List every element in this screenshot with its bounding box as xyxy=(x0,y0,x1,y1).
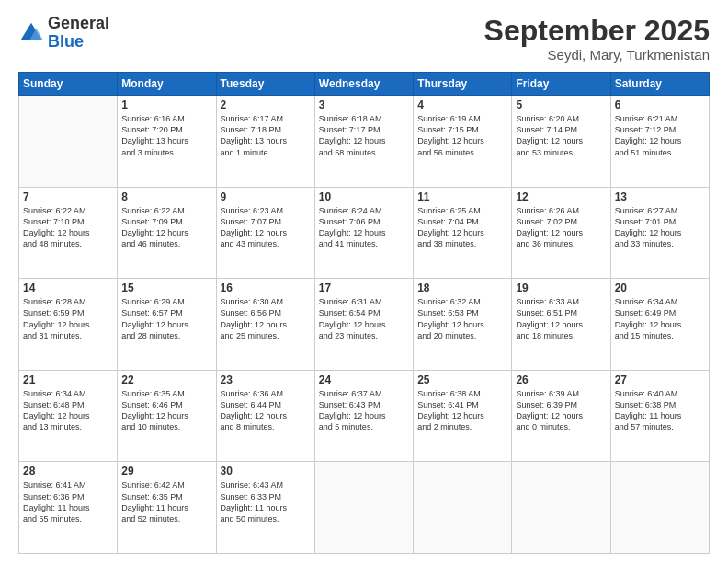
day-number: 15 xyxy=(121,282,211,294)
day-number: 14 xyxy=(23,282,113,294)
cell-info: Sunrise: 6:40 AM Sunset: 6:38 PM Dayligh… xyxy=(615,388,705,433)
cell-info: Sunrise: 6:22 AM Sunset: 7:09 PM Dayligh… xyxy=(121,205,211,250)
day-number: 18 xyxy=(417,282,507,294)
cell-info: Sunrise: 6:33 AM Sunset: 6:51 PM Dayligh… xyxy=(516,296,606,341)
header-tuesday: Tuesday xyxy=(216,73,314,96)
cell-info: Sunrise: 6:16 AM Sunset: 7:20 PM Dayligh… xyxy=(121,113,211,158)
day-number: 19 xyxy=(516,282,606,294)
cell-info: Sunrise: 6:41 AM Sunset: 6:36 PM Dayligh… xyxy=(23,479,113,524)
calendar-cell: 25Sunrise: 6:38 AM Sunset: 6:41 PM Dayli… xyxy=(414,370,512,462)
day-number: 30 xyxy=(221,465,311,477)
calendar-cell: 26Sunrise: 6:39 AM Sunset: 6:39 PM Dayli… xyxy=(512,370,610,462)
cell-info: Sunrise: 6:23 AM Sunset: 7:07 PM Dayligh… xyxy=(221,205,311,250)
cell-info: Sunrise: 6:42 AM Sunset: 6:35 PM Dayligh… xyxy=(121,479,211,524)
month-title: September 2025 xyxy=(484,15,710,47)
cell-info: Sunrise: 6:37 AM Sunset: 6:43 PM Dayligh… xyxy=(319,388,409,433)
cell-info: Sunrise: 6:31 AM Sunset: 6:54 PM Dayligh… xyxy=(319,296,409,341)
calendar-week-1: 7Sunrise: 6:22 AM Sunset: 7:10 PM Daylig… xyxy=(19,187,710,279)
calendar-cell: 3Sunrise: 6:18 AM Sunset: 7:17 PM Daylig… xyxy=(314,96,413,188)
calendar-cell: 16Sunrise: 6:30 AM Sunset: 6:56 PM Dayli… xyxy=(216,279,314,371)
cell-info: Sunrise: 6:34 AM Sunset: 6:48 PM Dayligh… xyxy=(23,388,113,433)
day-number: 11 xyxy=(417,190,507,203)
day-number: 27 xyxy=(615,373,705,386)
calendar-cell: 17Sunrise: 6:31 AM Sunset: 6:54 PM Dayli… xyxy=(314,279,413,371)
calendar-cell: 23Sunrise: 6:36 AM Sunset: 6:44 PM Dayli… xyxy=(216,370,314,462)
cell-info: Sunrise: 6:27 AM Sunset: 7:01 PM Dayligh… xyxy=(615,205,705,250)
day-number: 29 xyxy=(121,465,211,477)
day-number: 26 xyxy=(516,373,606,386)
logo-icon xyxy=(18,20,44,46)
cell-info: Sunrise: 6:38 AM Sunset: 6:41 PM Dayligh… xyxy=(417,388,507,433)
cell-info: Sunrise: 6:24 AM Sunset: 7:06 PM Dayligh… xyxy=(319,205,409,250)
calendar-week-4: 28Sunrise: 6:41 AM Sunset: 6:36 PM Dayli… xyxy=(19,462,710,554)
day-number: 2 xyxy=(221,98,311,111)
calendar-cell: 8Sunrise: 6:22 AM Sunset: 7:09 PM Daylig… xyxy=(118,187,216,279)
header-monday: Monday xyxy=(118,73,216,96)
cell-info: Sunrise: 6:26 AM Sunset: 7:02 PM Dayligh… xyxy=(516,205,606,250)
cell-info: Sunrise: 6:29 AM Sunset: 6:57 PM Dayligh… xyxy=(121,296,211,341)
cell-info: Sunrise: 6:30 AM Sunset: 6:56 PM Dayligh… xyxy=(221,296,311,341)
calendar-week-3: 21Sunrise: 6:34 AM Sunset: 6:48 PM Dayli… xyxy=(19,370,710,462)
day-number: 28 xyxy=(23,465,113,477)
cell-info: Sunrise: 6:22 AM Sunset: 7:10 PM Dayligh… xyxy=(23,205,113,250)
calendar-cell xyxy=(314,462,413,554)
calendar-cell: 14Sunrise: 6:28 AM Sunset: 6:59 PM Dayli… xyxy=(19,279,118,371)
cell-info: Sunrise: 6:21 AM Sunset: 7:12 PM Dayligh… xyxy=(615,113,705,158)
day-number: 22 xyxy=(121,373,211,386)
header-friday: Friday xyxy=(512,73,610,96)
calendar-cell: 30Sunrise: 6:43 AM Sunset: 6:33 PM Dayli… xyxy=(216,462,314,554)
calendar-cell: 24Sunrise: 6:37 AM Sunset: 6:43 PM Dayli… xyxy=(314,370,413,462)
cell-info: Sunrise: 6:25 AM Sunset: 7:04 PM Dayligh… xyxy=(417,205,507,250)
location-title: Seydi, Mary, Turkmenistan xyxy=(484,47,710,63)
calendar-table: Sunday Monday Tuesday Wednesday Thursday… xyxy=(18,72,710,554)
calendar-cell: 27Sunrise: 6:40 AM Sunset: 6:38 PM Dayli… xyxy=(610,370,709,462)
calendar-cell xyxy=(512,462,610,554)
calendar-cell: 22Sunrise: 6:35 AM Sunset: 6:46 PM Dayli… xyxy=(118,370,216,462)
cell-info: Sunrise: 6:34 AM Sunset: 6:49 PM Dayligh… xyxy=(615,296,705,341)
calendar-cell: 10Sunrise: 6:24 AM Sunset: 7:06 PM Dayli… xyxy=(314,187,413,279)
calendar-week-0: 1Sunrise: 6:16 AM Sunset: 7:20 PM Daylig… xyxy=(19,96,710,188)
day-number: 10 xyxy=(319,190,409,203)
day-number: 12 xyxy=(516,190,606,203)
header-sunday: Sunday xyxy=(19,73,118,96)
day-number: 23 xyxy=(221,373,311,386)
calendar-cell xyxy=(610,462,709,554)
calendar-cell: 12Sunrise: 6:26 AM Sunset: 7:02 PM Dayli… xyxy=(512,187,610,279)
day-number: 24 xyxy=(319,373,409,386)
header-saturday: Saturday xyxy=(610,73,709,96)
calendar-cell: 5Sunrise: 6:20 AM Sunset: 7:14 PM Daylig… xyxy=(512,96,610,188)
day-number: 13 xyxy=(615,190,705,203)
day-number: 16 xyxy=(221,282,311,294)
day-number: 5 xyxy=(516,98,606,111)
calendar-cell: 9Sunrise: 6:23 AM Sunset: 7:07 PM Daylig… xyxy=(216,187,314,279)
logo-text: General Blue xyxy=(48,15,109,52)
calendar-header-row: Sunday Monday Tuesday Wednesday Thursday… xyxy=(19,73,710,96)
calendar-cell: 20Sunrise: 6:34 AM Sunset: 6:49 PM Dayli… xyxy=(610,279,709,371)
day-number: 1 xyxy=(121,98,211,111)
cell-info: Sunrise: 6:28 AM Sunset: 6:59 PM Dayligh… xyxy=(23,296,113,341)
cell-info: Sunrise: 6:19 AM Sunset: 7:15 PM Dayligh… xyxy=(417,113,507,158)
day-number: 21 xyxy=(23,373,113,386)
day-number: 25 xyxy=(417,373,507,386)
calendar-cell xyxy=(19,96,118,188)
day-number: 9 xyxy=(221,190,311,203)
cell-info: Sunrise: 6:32 AM Sunset: 6:53 PM Dayligh… xyxy=(417,296,507,341)
calendar-cell: 13Sunrise: 6:27 AM Sunset: 7:01 PM Dayli… xyxy=(610,187,709,279)
cell-info: Sunrise: 6:36 AM Sunset: 6:44 PM Dayligh… xyxy=(221,388,311,433)
cell-info: Sunrise: 6:20 AM Sunset: 7:14 PM Dayligh… xyxy=(516,113,606,158)
day-number: 8 xyxy=(121,190,211,203)
calendar-cell: 6Sunrise: 6:21 AM Sunset: 7:12 PM Daylig… xyxy=(610,96,709,188)
logo-blue: Blue xyxy=(48,33,109,52)
day-number: 4 xyxy=(417,98,507,111)
header-wednesday: Wednesday xyxy=(314,73,413,96)
calendar-week-2: 14Sunrise: 6:28 AM Sunset: 6:59 PM Dayli… xyxy=(19,279,710,371)
calendar-cell: 1Sunrise: 6:16 AM Sunset: 7:20 PM Daylig… xyxy=(118,96,216,188)
cell-info: Sunrise: 6:43 AM Sunset: 6:33 PM Dayligh… xyxy=(221,479,311,524)
cell-info: Sunrise: 6:18 AM Sunset: 7:17 PM Dayligh… xyxy=(319,113,409,158)
calendar-cell: 19Sunrise: 6:33 AM Sunset: 6:51 PM Dayli… xyxy=(512,279,610,371)
day-number: 17 xyxy=(319,282,409,294)
calendar-cell xyxy=(414,462,512,554)
cell-info: Sunrise: 6:39 AM Sunset: 6:39 PM Dayligh… xyxy=(516,388,606,433)
calendar-cell: 18Sunrise: 6:32 AM Sunset: 6:53 PM Dayli… xyxy=(414,279,512,371)
calendar-cell: 11Sunrise: 6:25 AM Sunset: 7:04 PM Dayli… xyxy=(414,187,512,279)
